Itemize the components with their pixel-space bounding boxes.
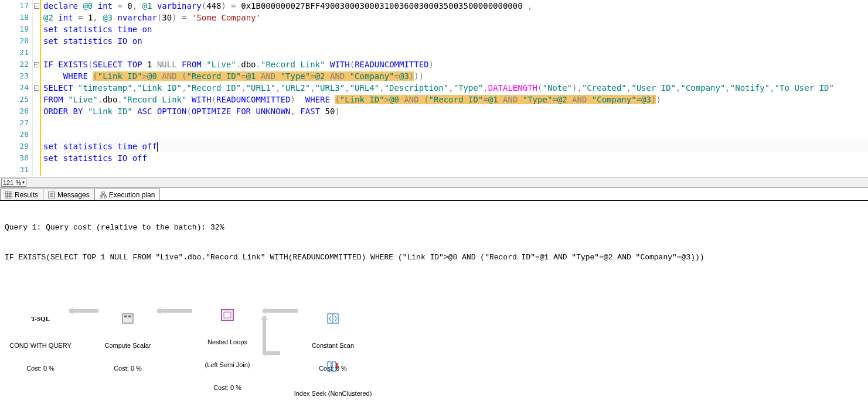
code-text[interactable] [41,47,43,59]
sql-editor: 17 − declare @0 int = 0, @1 varbinary(44… [0,0,868,188]
code-line[interactable]: 25 FROM "Live".dbo."Record Link" WITH(RE… [0,94,868,105]
code-line[interactable]: 20 set statistics IO on [0,35,868,47]
line-number: 26 [0,105,33,117]
tsql-icon: T-SQL [8,311,73,326]
text-caret [157,142,158,152]
nested-loops-icon [192,308,263,322]
svg-rect-24 [332,362,336,371]
code-line[interactable]: 17 − declare @0 int = 0, @1 varbinary(44… [0,0,868,12]
svg-rect-16 [122,314,133,323]
query1-plan-diagram[interactable]: T-SQL COND WITH QUERY Cost: 0 % Compute … [5,293,863,386]
code-text[interactable]: ORDER BY "Link ID" ASC OPTION(OPTIMIZE F… [41,105,340,117]
fold-gutter[interactable]: − [33,0,41,12]
svg-rect-9 [102,191,104,194]
line-number: 21 [0,47,33,59]
line-number: 27 [0,117,33,129]
plan-arrow [263,351,280,355]
svg-rect-11 [104,196,107,198]
execution-plan-pane[interactable]: Query 1: Query cost (relative to the bat… [0,201,868,404]
code-text[interactable]: set statistics time off [41,141,158,152]
plan-op-index-seek[interactable]: Index Seek (NonClustered) [Record Link].… [280,344,386,404]
zoom-bar: 121 % ▾ [0,177,868,187]
code-text[interactable] [41,117,43,129]
code-line[interactable]: 19 set statistics time on [0,23,868,35]
plan-arrow [157,309,192,313]
code-line[interactable]: 26 ORDER BY "Link ID" ASC OPTION(OPTIMIZ… [0,105,868,117]
line-number: 30 [0,152,33,164]
code-line[interactable]: 21 [0,47,868,59]
plan-op-tsql[interactable]: T-SQL COND WITH QUERY Cost: 0 % [8,296,73,388]
code-text[interactable] [41,129,43,141]
svg-rect-17 [124,316,127,317]
code-line[interactable]: 22 − IF EXISTS(SELECT TOP 1 NULL FROM "L… [0,59,868,70]
code-text[interactable]: declare @0 int = 0, @1 varbinary(448) = … [41,0,533,12]
fold-toggle-icon[interactable]: − [34,62,39,67]
plan-arrow [263,309,298,313]
svg-rect-19 [222,310,233,320]
line-number: 20 [0,35,33,47]
line-number: 28 [0,129,33,141]
line-number: 23 [0,70,33,82]
fold-toggle-icon[interactable]: − [34,4,39,9]
query1-header: Query 1: Query cost (relative to the bat… [5,223,863,232]
code-text[interactable]: set statistics IO on [41,35,142,47]
index-seek-icon [280,360,386,374]
fold-toggle-icon[interactable]: − [34,85,39,91]
svg-rect-0 [5,191,12,198]
line-number: 29 [0,141,33,152]
code-line[interactable]: 30 set statistics IO off [0,152,868,164]
line-number: 18 [0,12,33,23]
document-icon [48,191,55,198]
code-text[interactable]: WHERE ("Link ID">@0 AND ("Record ID"=@1 … [41,70,424,82]
plan-arrow [263,316,266,351]
chevron-down-icon: ▾ [22,180,25,185]
code-scroll[interactable]: 17 − declare @0 int = 0, @1 varbinary(44… [0,0,868,177]
code-text[interactable]: FROM "Live".dbo."Record Link" WITH(READU… [41,94,661,105]
tab-label: Results [15,191,38,199]
compute-scalar-icon [98,311,157,326]
svg-rect-20 [224,312,231,318]
line-number: 31 [0,164,33,176]
code-text[interactable]: set statistics time on [41,23,152,35]
plan-op-compute-scalar[interactable]: Compute Scalar Cost: 0 % [98,296,157,388]
tab-label: Execution plan [109,191,155,199]
zoom-dropdown[interactable]: 121 % ▾ [1,179,26,187]
line-number: 24 [0,82,33,94]
result-tabs: Results Messages Execution plan [0,188,868,201]
code-line[interactable]: 27 [0,117,868,129]
line-number: 25 [0,94,33,105]
code-text[interactable]: IF EXISTS(SELECT TOP 1 NULL FROM "Live".… [41,59,434,70]
tab-execution-plan[interactable]: Execution plan [94,189,161,200]
code-line[interactable]: 18 @2 int = 1, @3 nvarchar(30) = 'Some C… [0,12,868,23]
plan-tree-icon [100,191,107,198]
code-text[interactable]: SELECT "timestamp","Link ID","Record ID"… [41,82,834,94]
code-line[interactable]: 29 set statistics time off [0,141,868,152]
plan-arrow [69,309,98,313]
code-text[interactable]: @2 int = 1, @3 nvarchar(30) = 'Some Comp… [41,12,261,23]
line-number: 17 [0,0,33,12]
code-text[interactable] [41,164,43,176]
code-text[interactable]: set statistics IO off [41,152,147,164]
plan-op-nested-loops[interactable]: Nested Loops (Left Semi Join) Cost: 0 % [192,293,263,404]
grid-icon [5,191,12,198]
query1-sql: IF EXISTS(SELECT TOP 1 NULL FROM "Live".… [5,253,863,262]
code-line[interactable]: 31 [0,164,868,176]
tab-messages[interactable]: Messages [43,189,95,200]
tab-label: Messages [57,191,90,199]
svg-rect-23 [328,362,331,371]
line-number: 19 [0,23,33,35]
svg-rect-10 [100,196,102,198]
code-line[interactable]: 23 WHERE ("Link ID">@0 AND ("Record ID"=… [0,70,868,82]
constant-scan-icon [301,311,365,326]
line-number: 22 [0,59,33,70]
code-line[interactable]: 24 − SELECT "timestamp","Link ID","Recor… [0,82,868,94]
zoom-value: 121 % [3,179,21,186]
svg-rect-18 [128,316,131,317]
tab-results[interactable]: Results [0,189,43,200]
code-line[interactable]: 28 [0,129,868,141]
